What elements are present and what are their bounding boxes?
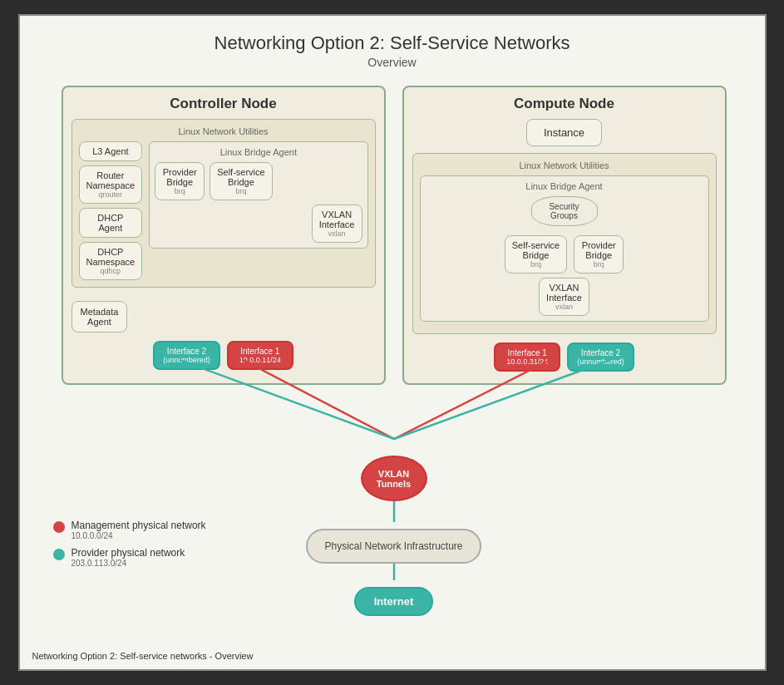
- router-namespace-box: RouterNamespace qrouter: [79, 165, 143, 204]
- compute-interface-row: Interface 1 10.0.0.31/24 Interface 2 (un…: [412, 342, 717, 372]
- legend: Management physical network 10.0.0.0/24 …: [53, 520, 206, 574]
- legend-provider: Provider physical network 203.0.113.0/24: [53, 547, 206, 568]
- self-service-bridge-box: Self-serviceBridge brq: [210, 162, 272, 200]
- compute-vxlan-row: VXLANInterface vxlan: [426, 278, 703, 316]
- legend-management: Management physical network 10.0.0.0/24: [53, 520, 206, 540]
- physical-network-box: Physical Network Infrastructure: [306, 529, 481, 564]
- bottom-section: VXLAN Tunnels Physical Network Infrastru…: [37, 385, 752, 616]
- controller-node: Controller Node Linux Network Utilities …: [62, 86, 386, 385]
- physical-to-internet-line: [390, 564, 398, 580]
- page-container: Networking Option 2: Self-Service Networ…: [18, 14, 767, 671]
- compute-interface2-box: Interface 2 (unnumbered): [567, 342, 634, 372]
- vxlan-row-ctrl: VXLANInterface vxlan: [155, 205, 362, 243]
- compute-utilities-label: Linux Network Utilities: [420, 160, 709, 170]
- compute-node-title: Compute Node: [412, 96, 717, 112]
- controller-utilities-box: Linux Network Utilities L3 Agent RouterN…: [71, 119, 376, 288]
- compute-interface1-box: Interface 1 10.0.0.31/24: [494, 342, 560, 372]
- compute-utilities-box: Linux Network Utilities Linux Bridge Age…: [412, 153, 717, 334]
- legend-management-dot: [53, 521, 65, 533]
- controller-utilities-label: Linux Network Utilities: [79, 126, 368, 136]
- metadata-agent-box: MetadataAgent: [71, 301, 128, 333]
- ctrl-interface1-box: Interface 1 10.0.0.11/24: [227, 341, 293, 370]
- left-column: L3 Agent RouterNamespace qrouter DHCPAge…: [79, 141, 143, 280]
- controller-inner: L3 Agent RouterNamespace qrouter DHCPAge…: [79, 141, 368, 280]
- right-column: Linux Bridge Agent ProviderBridge brq Se…: [149, 141, 367, 280]
- compute-self-service-bridge-box: Self-serviceBridge brq: [505, 235, 567, 274]
- vxlan-to-physical-line: [390, 501, 398, 522]
- internet-box: Internet: [354, 587, 434, 616]
- dhcp-agent-box: DHCPAgent: [79, 208, 143, 238]
- metadata-row: MetadataAgent: [71, 294, 376, 333]
- bridge-row: ProviderBridge brq Self-serviceBridge br…: [155, 162, 362, 200]
- ctrl-interface2-box: Interface 2 (unnumbered): [153, 341, 220, 370]
- controller-node-title: Controller Node: [71, 96, 376, 112]
- instance-box: Instance: [526, 119, 602, 146]
- security-groups-row: SecurityGroups: [426, 196, 703, 230]
- dhcp-namespace-box: DHCPNamespace qdhcp: [79, 242, 143, 280]
- page-subtitle: Overview: [37, 56, 748, 69]
- l3-agent-box: L3 Agent: [79, 141, 143, 161]
- compute-node: Compute Node Instance Linux Network Util…: [402, 86, 727, 385]
- main-diagram: Controller Node Linux Network Utilities …: [37, 86, 752, 616]
- compute-bridge-agent-box: Linux Bridge Agent SecurityGroups: [420, 175, 709, 322]
- compute-provider-bridge-box: ProviderBridge brq: [574, 235, 624, 274]
- nodes-row: Controller Node Linux Network Utilities …: [37, 86, 752, 385]
- provider-bridge-box: ProviderBridge brq: [155, 162, 205, 200]
- ctrl-interface-row: Interface 2 (unnumbered) Interface 1 10.…: [71, 341, 376, 370]
- legend-management-text: Management physical network 10.0.0.0/24: [71, 520, 206, 540]
- vxlan-tunnels-box: VXLAN Tunnels: [361, 456, 427, 501]
- footer-caption: Networking Option 2: Self-service networ…: [32, 651, 254, 661]
- controller-bridge-agent-box: Linux Bridge Agent ProviderBridge brq Se…: [149, 141, 367, 249]
- vxlan-tunnels-container: VXLAN Tunnels: [361, 451, 427, 501]
- compute-vxlan-interface-box: VXLANInterface vxlan: [539, 278, 589, 316]
- legend-provider-dot: [53, 549, 65, 560]
- page-title: Networking Option 2: Self-Service Networ…: [37, 32, 748, 54]
- legend-provider-text: Provider physical network 203.0.113.0/24: [71, 547, 185, 568]
- security-groups-box: SecurityGroups: [531, 196, 598, 226]
- compute-bridge-row: Self-serviceBridge brq ProviderBridge br…: [426, 235, 703, 274]
- vxlan-interface-ctrl-box: VXLANInterface vxlan: [312, 205, 362, 243]
